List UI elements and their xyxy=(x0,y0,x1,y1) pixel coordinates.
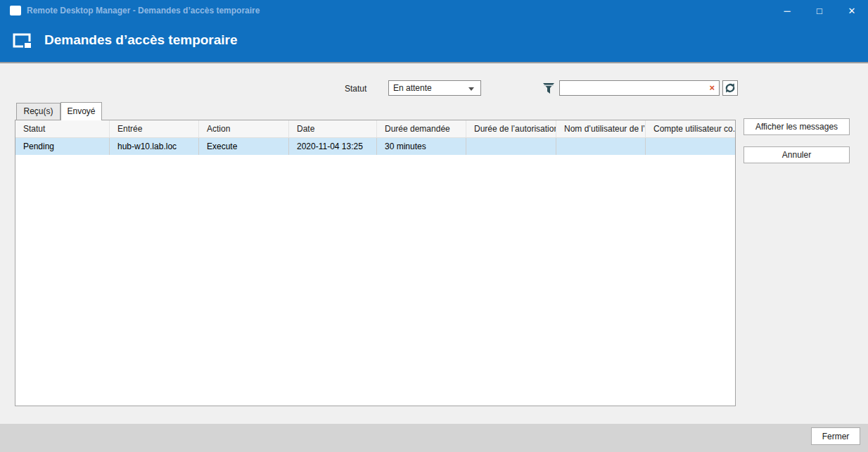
status-filter-label: Statut xyxy=(345,84,366,94)
cell-duree-autorisation xyxy=(466,138,556,155)
close-button[interactable]: ✕ xyxy=(836,0,868,21)
cell-date: 2020-11-04 13:25 xyxy=(289,138,377,155)
title-bar: Remote Desktop Manager - Demandes d’accè… xyxy=(0,0,868,21)
cell-compte-utilisateur xyxy=(646,138,735,155)
chevron-down-icon xyxy=(468,87,474,91)
app-icon xyxy=(10,6,21,15)
minimize-button[interactable]: ─ xyxy=(771,0,803,21)
search-box: × xyxy=(559,80,720,96)
app-header: Demandes d’accès temporaire xyxy=(0,21,868,62)
maximize-button[interactable]: □ xyxy=(803,0,836,21)
column-header-nom-utilisateur[interactable]: Nom d’utilisateur de l’... xyxy=(556,120,646,137)
show-messages-button[interactable]: Afficher les messages xyxy=(743,118,850,135)
column-header-compte-utilisateur[interactable]: Compte utilisateur co... xyxy=(646,120,735,137)
refresh-button[interactable] xyxy=(722,80,738,96)
page-title: Demandes d’accès temporaire xyxy=(44,32,238,48)
refresh-icon xyxy=(725,82,736,94)
cell-duree-demandee: 30 minutes xyxy=(377,138,466,155)
cancel-button[interactable]: Annuler xyxy=(743,146,850,163)
close-dialog-button[interactable]: Fermer xyxy=(811,427,860,445)
status-filter-value: En attente xyxy=(393,83,432,93)
cell-nom-utilisateur xyxy=(556,138,646,155)
cell-action: Execute xyxy=(199,138,289,155)
column-header-statut[interactable]: Statut xyxy=(15,120,110,137)
column-header-entree[interactable]: Entrée xyxy=(110,120,199,137)
column-header-action[interactable]: Action xyxy=(199,120,289,137)
column-header-duree-autorisation[interactable]: Durée de l’autorisation xyxy=(466,120,556,137)
monitor-icon xyxy=(13,33,34,54)
clear-search-icon[interactable]: × xyxy=(709,83,715,93)
column-header-date[interactable]: Date xyxy=(289,120,377,137)
table-header-row: Statut Entrée Action Date Durée demandée… xyxy=(15,120,735,138)
search-input[interactable] xyxy=(561,82,705,96)
requests-table: Statut Entrée Action Date Durée demandée… xyxy=(15,120,736,406)
table-row[interactable]: Pending hub-w10.lab.loc Execute 2020-11-… xyxy=(15,138,735,155)
tab-recus[interactable]: Reçu(s) xyxy=(16,103,60,120)
column-header-duree-demandee[interactable]: Durée demandée xyxy=(377,120,466,137)
status-filter-dropdown[interactable]: En attente xyxy=(388,80,481,96)
bottom-bar xyxy=(0,424,868,452)
tab-envoye[interactable]: Envoyé xyxy=(60,102,102,120)
window-controls: ─ □ ✕ xyxy=(771,0,868,21)
cell-statut: Pending xyxy=(15,138,110,155)
window-title: Remote Desktop Manager - Demandes d’accè… xyxy=(27,0,260,21)
filter-icon xyxy=(542,80,556,96)
header-separator xyxy=(0,62,868,63)
cell-entree: hub-w10.lab.loc xyxy=(110,138,199,155)
